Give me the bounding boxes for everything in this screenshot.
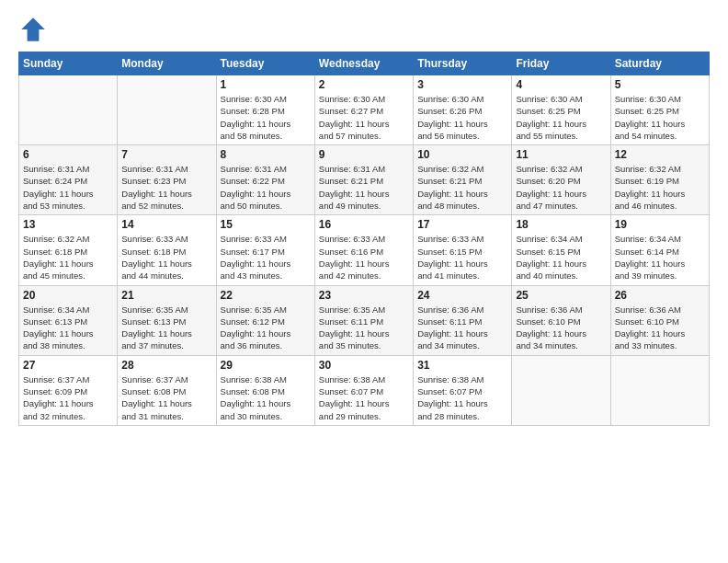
day-number: 12 bbox=[615, 148, 705, 161]
day-info: Sunrise: 6:38 AM Sunset: 6:08 PM Dayligh… bbox=[221, 373, 311, 422]
calendar-cell: 6Sunrise: 6:31 AM Sunset: 6:24 PM Daylig… bbox=[19, 145, 118, 215]
day-number: 4 bbox=[516, 78, 606, 91]
calendar-cell: 21Sunrise: 6:35 AM Sunset: 6:13 PM Dayli… bbox=[118, 285, 216, 355]
day-number: 28 bbox=[121, 359, 211, 372]
day-number: 3 bbox=[417, 78, 507, 91]
calendar-table: SundayMondayTuesdayWednesdayThursdayFrid… bbox=[18, 52, 710, 426]
calendar-cell: 3Sunrise: 6:30 AM Sunset: 6:26 PM Daylig… bbox=[414, 75, 512, 145]
calendar-cell: 20Sunrise: 6:34 AM Sunset: 6:13 PM Dayli… bbox=[19, 285, 118, 355]
weekday-row: SundayMondayTuesdayWednesdayThursdayFrid… bbox=[19, 52, 710, 75]
week-row-4: 27Sunrise: 6:37 AM Sunset: 6:09 PM Dayli… bbox=[19, 355, 710, 425]
svg-marker-0 bbox=[21, 17, 45, 41]
day-number: 6 bbox=[23, 148, 113, 161]
day-number: 11 bbox=[516, 148, 606, 161]
day-info: Sunrise: 6:36 AM Sunset: 6:10 PM Dayligh… bbox=[516, 304, 606, 352]
calendar-cell: 10Sunrise: 6:32 AM Sunset: 6:21 PM Dayli… bbox=[414, 145, 512, 215]
calendar-cell: 19Sunrise: 6:34 AM Sunset: 6:14 PM Dayli… bbox=[610, 215, 709, 285]
day-info: Sunrise: 6:35 AM Sunset: 6:13 PM Dayligh… bbox=[121, 304, 211, 352]
week-row-2: 13Sunrise: 6:32 AM Sunset: 6:18 PM Dayli… bbox=[19, 215, 710, 285]
day-number: 27 bbox=[23, 359, 113, 372]
day-info: Sunrise: 6:33 AM Sunset: 6:17 PM Dayligh… bbox=[221, 233, 311, 282]
day-info: Sunrise: 6:36 AM Sunset: 6:11 PM Dayligh… bbox=[417, 304, 507, 352]
calendar-cell bbox=[19, 75, 118, 145]
week-row-3: 20Sunrise: 6:34 AM Sunset: 6:13 PM Dayli… bbox=[19, 285, 710, 355]
calendar-cell: 26Sunrise: 6:36 AM Sunset: 6:10 PM Dayli… bbox=[610, 285, 709, 355]
calendar-cell: 8Sunrise: 6:31 AM Sunset: 6:22 PM Daylig… bbox=[216, 145, 314, 215]
calendar-cell: 31Sunrise: 6:38 AM Sunset: 6:07 PM Dayli… bbox=[414, 355, 512, 425]
day-info: Sunrise: 6:33 AM Sunset: 6:18 PM Dayligh… bbox=[121, 233, 211, 282]
day-info: Sunrise: 6:32 AM Sunset: 6:18 PM Dayligh… bbox=[23, 233, 113, 282]
calendar-cell: 1Sunrise: 6:30 AM Sunset: 6:28 PM Daylig… bbox=[216, 75, 314, 145]
day-info: Sunrise: 6:31 AM Sunset: 6:21 PM Dayligh… bbox=[319, 163, 409, 212]
day-info: Sunrise: 6:30 AM Sunset: 6:25 PM Dayligh… bbox=[516, 93, 606, 142]
weekday-wednesday: Wednesday bbox=[314, 52, 413, 75]
day-info: Sunrise: 6:38 AM Sunset: 6:07 PM Dayligh… bbox=[417, 373, 507, 422]
day-info: Sunrise: 6:37 AM Sunset: 6:09 PM Dayligh… bbox=[23, 373, 113, 422]
calendar-cell: 4Sunrise: 6:30 AM Sunset: 6:25 PM Daylig… bbox=[512, 75, 610, 145]
calendar-cell: 17Sunrise: 6:33 AM Sunset: 6:15 PM Dayli… bbox=[414, 215, 512, 285]
day-number: 21 bbox=[121, 289, 211, 302]
logo bbox=[18, 15, 51, 44]
weekday-sunday: Sunday bbox=[19, 52, 118, 75]
day-number: 17 bbox=[417, 218, 507, 231]
day-number: 29 bbox=[221, 359, 311, 372]
weekday-thursday: Thursday bbox=[414, 52, 512, 75]
weekday-tuesday: Tuesday bbox=[216, 52, 314, 75]
day-info: Sunrise: 6:36 AM Sunset: 6:10 PM Dayligh… bbox=[615, 304, 705, 352]
day-number: 19 bbox=[615, 218, 705, 231]
header bbox=[18, 15, 710, 44]
calendar-cell: 14Sunrise: 6:33 AM Sunset: 6:18 PM Dayli… bbox=[118, 215, 216, 285]
calendar-cell: 16Sunrise: 6:33 AM Sunset: 6:16 PM Dayli… bbox=[314, 215, 413, 285]
calendar-cell: 23Sunrise: 6:35 AM Sunset: 6:11 PM Dayli… bbox=[314, 285, 413, 355]
weekday-friday: Friday bbox=[512, 52, 610, 75]
day-number: 15 bbox=[221, 218, 311, 231]
day-number: 10 bbox=[417, 148, 507, 161]
day-info: Sunrise: 6:33 AM Sunset: 6:16 PM Dayligh… bbox=[319, 233, 409, 282]
calendar-cell bbox=[610, 355, 709, 425]
day-info: Sunrise: 6:33 AM Sunset: 6:15 PM Dayligh… bbox=[417, 233, 507, 282]
calendar-header: SundayMondayTuesdayWednesdayThursdayFrid… bbox=[19, 52, 710, 75]
day-info: Sunrise: 6:32 AM Sunset: 6:20 PM Dayligh… bbox=[516, 163, 606, 212]
day-info: Sunrise: 6:30 AM Sunset: 6:27 PM Dayligh… bbox=[319, 93, 409, 142]
weekday-monday: Monday bbox=[118, 52, 216, 75]
day-info: Sunrise: 6:35 AM Sunset: 6:11 PM Dayligh… bbox=[319, 304, 409, 352]
calendar-cell: 5Sunrise: 6:30 AM Sunset: 6:25 PM Daylig… bbox=[610, 75, 709, 145]
day-number: 23 bbox=[319, 289, 409, 302]
calendar-cell: 27Sunrise: 6:37 AM Sunset: 6:09 PM Dayli… bbox=[19, 355, 118, 425]
day-info: Sunrise: 6:31 AM Sunset: 6:24 PM Dayligh… bbox=[23, 163, 113, 212]
day-info: Sunrise: 6:30 AM Sunset: 6:25 PM Dayligh… bbox=[615, 93, 705, 142]
day-info: Sunrise: 6:38 AM Sunset: 6:07 PM Dayligh… bbox=[319, 373, 409, 422]
calendar-cell: 18Sunrise: 6:34 AM Sunset: 6:15 PM Dayli… bbox=[512, 215, 610, 285]
calendar-cell: 15Sunrise: 6:33 AM Sunset: 6:17 PM Dayli… bbox=[216, 215, 314, 285]
calendar-body: 1Sunrise: 6:30 AM Sunset: 6:28 PM Daylig… bbox=[19, 75, 710, 426]
week-row-0: 1Sunrise: 6:30 AM Sunset: 6:28 PM Daylig… bbox=[19, 75, 710, 145]
day-info: Sunrise: 6:30 AM Sunset: 6:28 PM Dayligh… bbox=[221, 93, 311, 142]
calendar-cell: 13Sunrise: 6:32 AM Sunset: 6:18 PM Dayli… bbox=[19, 215, 118, 285]
day-number: 25 bbox=[516, 289, 606, 302]
calendar-cell bbox=[512, 355, 610, 425]
day-info: Sunrise: 6:35 AM Sunset: 6:12 PM Dayligh… bbox=[221, 304, 311, 352]
day-number: 5 bbox=[615, 78, 705, 91]
calendar-cell: 29Sunrise: 6:38 AM Sunset: 6:08 PM Dayli… bbox=[216, 355, 314, 425]
calendar-cell: 24Sunrise: 6:36 AM Sunset: 6:11 PM Dayli… bbox=[414, 285, 512, 355]
day-info: Sunrise: 6:37 AM Sunset: 6:08 PM Dayligh… bbox=[121, 373, 211, 422]
calendar-cell: 25Sunrise: 6:36 AM Sunset: 6:10 PM Dayli… bbox=[512, 285, 610, 355]
day-number: 22 bbox=[221, 289, 311, 302]
day-info: Sunrise: 6:32 AM Sunset: 6:19 PM Dayligh… bbox=[615, 163, 705, 212]
calendar-cell: 30Sunrise: 6:38 AM Sunset: 6:07 PM Dayli… bbox=[314, 355, 413, 425]
day-info: Sunrise: 6:31 AM Sunset: 6:22 PM Dayligh… bbox=[221, 163, 311, 212]
day-number: 20 bbox=[23, 289, 113, 302]
day-number: 8 bbox=[221, 148, 311, 161]
day-info: Sunrise: 6:30 AM Sunset: 6:26 PM Dayligh… bbox=[417, 93, 507, 142]
day-info: Sunrise: 6:34 AM Sunset: 6:14 PM Dayligh… bbox=[615, 233, 705, 282]
calendar-cell: 28Sunrise: 6:37 AM Sunset: 6:08 PM Dayli… bbox=[118, 355, 216, 425]
calendar-cell: 22Sunrise: 6:35 AM Sunset: 6:12 PM Dayli… bbox=[216, 285, 314, 355]
day-number: 26 bbox=[615, 289, 705, 302]
day-number: 30 bbox=[319, 359, 409, 372]
day-number: 31 bbox=[417, 359, 507, 372]
day-number: 9 bbox=[319, 148, 409, 161]
week-row-1: 6Sunrise: 6:31 AM Sunset: 6:24 PM Daylig… bbox=[19, 145, 710, 215]
day-number: 24 bbox=[417, 289, 507, 302]
weekday-saturday: Saturday bbox=[610, 52, 709, 75]
calendar-cell: 7Sunrise: 6:31 AM Sunset: 6:23 PM Daylig… bbox=[118, 145, 216, 215]
